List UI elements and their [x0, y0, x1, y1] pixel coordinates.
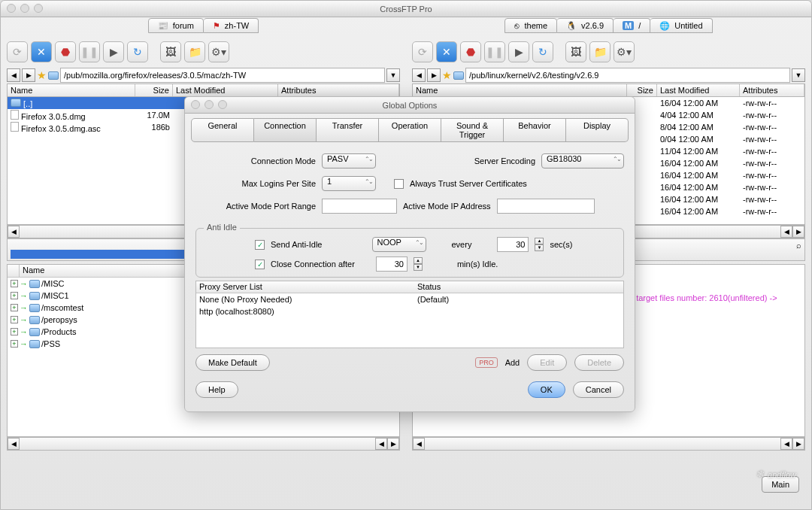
star-icon[interactable]: ★	[37, 69, 47, 81]
close-conn-checkbox[interactable]: ✓	[255, 260, 265, 269]
search-icon[interactable]: ⌕	[796, 241, 801, 250]
dialog-tab-operation[interactable]: Operation	[379, 118, 441, 142]
zoom-icon[interactable]	[34, 4, 43, 13]
ip-addr-input[interactable]	[497, 199, 595, 214]
col-modified[interactable]: Last Modified	[173, 84, 278, 96]
tab-zh-tw[interactable]: ⚑ zh-TW	[204, 18, 259, 33]
tab-untitled[interactable]: 🌐 Untitled	[650, 18, 712, 33]
newfolder-button[interactable]: 📁	[589, 41, 611, 62]
proxy-row[interactable]: http (localhost:8080)	[196, 305, 623, 317]
trust-checkbox[interactable]	[394, 179, 404, 189]
back-button[interactable]: ◀	[412, 68, 426, 82]
col-name[interactable]: Name	[413, 84, 627, 96]
path-dropdown[interactable]: ▼	[792, 68, 805, 82]
close-icon[interactable]	[7, 4, 16, 13]
noop-select[interactable]: NOOP	[372, 237, 426, 252]
help-button[interactable]: Help	[195, 381, 238, 398]
server-enc-label: Server Encoding	[474, 156, 535, 165]
zoom-icon[interactable]	[218, 100, 227, 109]
dialog-tab-display[interactable]: Display	[566, 118, 629, 142]
add-label[interactable]: Add	[505, 358, 520, 367]
port-range-input[interactable]	[322, 199, 397, 214]
refresh-button[interactable]: ↻	[532, 41, 553, 62]
image-button[interactable]: 🖼	[160, 41, 181, 62]
tux-icon: 🐧	[566, 21, 577, 31]
col-attributes[interactable]: Attributes	[278, 84, 399, 96]
every-input[interactable]	[497, 237, 529, 252]
expand-icon[interactable]: +	[11, 340, 18, 348]
close-input[interactable]	[376, 257, 408, 272]
server-enc-select[interactable]: GB18030	[541, 153, 624, 168]
col-size[interactable]: Size	[135, 84, 173, 96]
refresh-button[interactable]: ↻	[127, 41, 148, 62]
fwd-button[interactable]: ▶	[22, 68, 35, 82]
pause-button[interactable]: ❚❚	[484, 41, 505, 62]
conn-mode-select[interactable]: PASV	[322, 153, 376, 168]
cancel-button[interactable]: ✕	[436, 41, 457, 62]
col-modified[interactable]: Last Modified	[657, 84, 740, 96]
play-button[interactable]: ▶	[508, 41, 529, 62]
close-conn-label: Close Connection after	[271, 260, 355, 269]
global-options-dialog: Global Options GeneralConnectionTransfer…	[184, 96, 635, 412]
send-anti-checkbox[interactable]: ✓	[255, 240, 265, 250]
close-icon[interactable]	[191, 100, 200, 109]
step-up[interactable]: ▲	[535, 238, 544, 244]
expand-icon[interactable]: +	[11, 316, 18, 323]
dialog-tab-general[interactable]: General	[191, 118, 254, 142]
col-name[interactable]: Name	[8, 84, 135, 96]
max-logins-select[interactable]: 1	[322, 176, 376, 191]
fwd-button[interactable]: ▶	[427, 68, 441, 82]
gear-button[interactable]: ⚙▾	[614, 41, 635, 62]
ok-button[interactable]: OK	[528, 381, 565, 398]
dialog-title: Global Options	[383, 101, 438, 110]
dialog-tab-sound-trigger[interactable]: Sound & Trigger	[441, 118, 504, 142]
tab-v269[interactable]: 🐧 v2.6.9	[557, 18, 614, 33]
step-up[interactable]: ▲	[414, 257, 423, 264]
expand-icon[interactable]: +	[11, 328, 18, 335]
dialog-tab-transfer[interactable]: Transfer	[317, 118, 379, 142]
stop-button[interactable]: ⬣	[460, 41, 481, 62]
back-button[interactable]: ◀	[7, 68, 20, 82]
dialog-tab-behavior[interactable]: Behavior	[504, 118, 566, 142]
gear-button[interactable]: ⚙▾	[208, 41, 229, 62]
col-attributes[interactable]: Attributes	[740, 84, 804, 96]
image-button[interactable]: 🖼	[565, 41, 586, 62]
minimize-icon[interactable]	[205, 100, 214, 109]
cancel-button[interactable]: ✕	[31, 41, 52, 62]
disconnect-button[interactable]: ⟳	[7, 41, 28, 62]
folder-icon	[48, 71, 59, 80]
max-logins-label: Max Logins Per Site	[195, 179, 316, 188]
path-input[interactable]	[465, 68, 790, 83]
pause-button[interactable]: ❚❚	[79, 41, 100, 62]
expand-icon[interactable]: +	[11, 280, 18, 287]
path-dropdown[interactable]: ▼	[386, 68, 400, 82]
tab-forum[interactable]: 📰 forum	[148, 18, 204, 33]
tab-theme[interactable]: ⎋ theme	[504, 18, 557, 33]
step-down[interactable]: ▼	[414, 264, 423, 271]
newfolder-button[interactable]: 📁	[184, 41, 205, 62]
proxy-row[interactable]: None (No Proxy Needed)(Default)	[196, 293, 623, 305]
dialog-tab-connection[interactable]: Connection	[254, 118, 317, 142]
make-default-button[interactable]: Make Default	[195, 354, 270, 371]
path-input[interactable]	[60, 68, 385, 83]
cancel-button[interactable]: Cancel	[573, 381, 624, 398]
send-anti-label: Send Anti-Idle	[271, 240, 323, 249]
proxy-list[interactable]: Proxy Server List Status None (No Proxy …	[195, 281, 624, 348]
delete-button[interactable]: Delete	[574, 354, 624, 371]
tab-slash[interactable]: M /	[614, 18, 650, 33]
expand-icon[interactable]: +	[11, 292, 18, 299]
stop-button[interactable]: ⬣	[55, 41, 76, 62]
expand-icon[interactable]: +	[11, 304, 18, 311]
star-icon[interactable]: ★	[442, 69, 452, 81]
minimize-icon[interactable]	[20, 4, 29, 13]
anti-idle-legend: Anti Idle	[204, 223, 240, 232]
disconnect-button[interactable]: ⟳	[412, 41, 433, 62]
folder-icon	[453, 71, 464, 80]
col-size[interactable]: Size	[627, 84, 657, 96]
m-icon: M	[623, 21, 634, 30]
edit-button[interactable]: Edit	[527, 354, 567, 371]
theme-icon: ⎋	[514, 21, 520, 30]
step-down[interactable]: ▼	[535, 244, 544, 251]
play-button[interactable]: ▶	[103, 41, 124, 62]
port-range-label: Active Mode Port Range	[195, 202, 316, 211]
